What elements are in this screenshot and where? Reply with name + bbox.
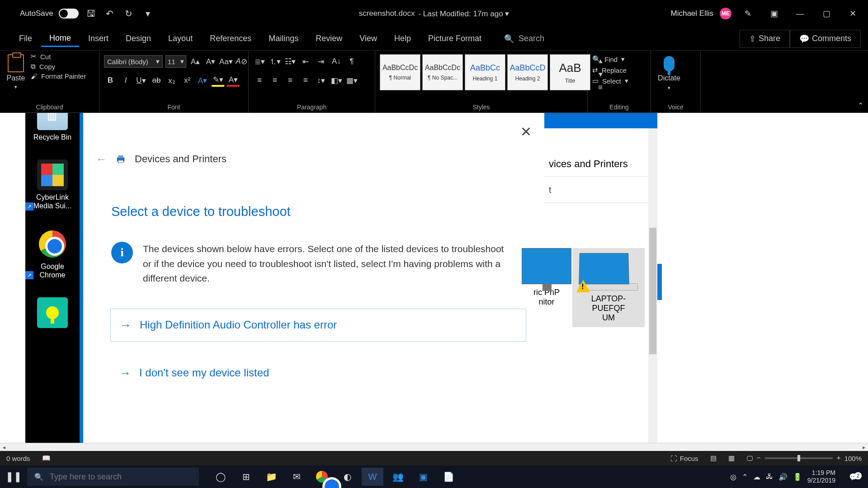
ribbon-display-options-icon[interactable]: ✎ [738, 5, 758, 23]
print-layout-icon[interactable]: ▦ [728, 454, 735, 462]
align-left-icon[interactable]: ≡ [253, 74, 266, 87]
bold-button[interactable]: B [104, 74, 117, 87]
style-title[interactable]: AaBTitle [550, 54, 590, 90]
collapse-ribbon-icon[interactable]: ⌃ [858, 101, 863, 110]
app-icon-1[interactable]: ▣ [412, 468, 434, 486]
tab-design[interactable]: Design [118, 31, 159, 46]
taskbar-search-input[interactable] [50, 472, 192, 482]
chrome-taskbar-icon[interactable] [311, 468, 333, 486]
justify-icon[interactable]: ≡ [299, 74, 312, 87]
taskbar-clock[interactable]: 1:19 PM 9/21/2019 [807, 469, 838, 484]
qat-customize-icon[interactable]: ▾ [141, 7, 155, 20]
cut-button[interactable]: ✂Cut [31, 52, 86, 61]
font-size-select[interactable]: 11▾ [165, 55, 186, 68]
multilevel-list-icon[interactable]: ☷▾ [284, 55, 297, 68]
battery-icon[interactable]: 🔋 [793, 473, 802, 481]
close-button[interactable]: ✕ [843, 5, 863, 23]
tray-overflow-icon[interactable]: ⌃ [742, 473, 748, 481]
desktop-icon-chrome[interactable]: ↗ GoogleChrome [25, 229, 80, 279]
replace-button[interactable]: ⇄Replace [592, 66, 628, 74]
find-button[interactable]: 🔍Find ▾ [592, 55, 628, 63]
tab-references[interactable]: References [202, 31, 259, 46]
style-no-spacing[interactable]: AaBbCcDc¶ No Spac... [422, 54, 463, 90]
increase-indent-icon[interactable]: ⇥ [315, 55, 327, 68]
desktop-icon-key-app[interactable] [25, 297, 80, 328]
start-button[interactable]: ❚❚ [0, 471, 27, 483]
dialog-close-button[interactable]: ✕ [520, 124, 532, 140]
onedrive-icon[interactable]: ☁ [753, 473, 760, 481]
file-explorer-icon[interactable]: 📁 [260, 468, 282, 486]
tab-insert[interactable]: Insert [80, 31, 117, 46]
ribbon-mode-icon[interactable]: ▣ [764, 5, 784, 23]
strikethrough-button[interactable]: ab [150, 74, 163, 87]
show-marks-icon[interactable]: ¶ [345, 55, 358, 68]
subscript-button[interactable]: x₂ [165, 74, 178, 87]
cortana-icon[interactable]: ◯ [210, 468, 231, 486]
option-device-not-listed[interactable]: → I don't see my device listed [110, 357, 526, 389]
sort-icon[interactable]: A↓ [330, 55, 343, 68]
tray-app-icon[interactable]: ◎ [730, 473, 736, 481]
tab-home[interactable]: Home [41, 31, 79, 47]
align-center-icon[interactable]: ≡ [269, 74, 281, 87]
desktop-icon-recycle-bin[interactable]: 🗑 Recycle Bin [25, 113, 80, 141]
increase-font-icon[interactable]: A▴ [189, 55, 202, 68]
paste-dropdown-icon[interactable]: ▾ [14, 84, 17, 90]
highlight-icon[interactable]: ✎▾ [212, 74, 224, 87]
share-button[interactable]: ⇪Share [740, 30, 790, 48]
minimize-button[interactable]: — [790, 5, 810, 23]
font-color-icon[interactable]: A▾ [227, 74, 240, 87]
select-button[interactable]: ▭Select ▾ [592, 77, 628, 85]
word-count[interactable]: 0 words [6, 455, 30, 462]
save-icon[interactable]: 🖫 [84, 7, 98, 20]
clear-formatting-icon[interactable]: A⊘ [235, 55, 248, 68]
redo-icon[interactable]: ↻ [122, 7, 136, 20]
desktop-icon-cyberlink[interactable]: ↗ CyberLink Media Sui... [25, 160, 80, 210]
teams-icon[interactable]: 👥 [387, 468, 409, 486]
underline-button[interactable]: U▾ [135, 74, 147, 87]
tab-review[interactable]: Review [307, 31, 350, 46]
italic-button[interactable]: I [119, 74, 132, 87]
zoom-slider[interactable]: −+ [765, 457, 833, 459]
taskbar-search[interactable]: 🔍 [27, 468, 199, 486]
dp-window-titlebar[interactable] [544, 113, 657, 128]
undo-icon[interactable]: ↶ [103, 7, 117, 20]
volume-icon[interactable]: 🔊 [778, 473, 788, 481]
read-mode-icon[interactable]: ▤ [710, 454, 717, 462]
tab-file[interactable]: File [11, 31, 40, 46]
device-laptop[interactable]: LAPTOP-PUEFQFUM [572, 248, 645, 327]
align-right-icon[interactable]: ≡ [284, 74, 297, 87]
zoom-value[interactable]: 100% [844, 455, 862, 462]
zoom-slider-knob[interactable] [797, 455, 800, 461]
style-heading-2[interactable]: AaBbCcDHeading 2 [507, 54, 548, 90]
network-icon[interactable]: 🖧 [766, 473, 773, 481]
scrollbar-thumb[interactable] [649, 228, 656, 354]
web-layout-icon[interactable]: 🖵 [746, 455, 753, 462]
tab-mailings[interactable]: Mailings [260, 31, 307, 46]
numbering-icon[interactable]: ⒈▾ [269, 55, 281, 68]
style-normal[interactable]: AaBbCcDc¶ Normal [380, 54, 420, 90]
focus-mode-button[interactable]: ⛶Focus [670, 455, 698, 462]
option-audio-controller-error[interactable]: → High Definition Audio Controller has e… [110, 309, 526, 342]
dp-scrollbar[interactable] [648, 128, 657, 443]
tab-picture-format[interactable]: Picture Format [420, 31, 490, 46]
style-heading-1[interactable]: AaBbCcHeading 1 [465, 54, 505, 90]
task-view-icon[interactable]: ⊞ [235, 468, 257, 486]
tab-help[interactable]: Help [386, 31, 419, 46]
mail-icon[interactable]: ✉ [286, 468, 307, 486]
scroll-left-icon[interactable]: ◂ [0, 443, 8, 451]
scroll-right-icon[interactable]: ▸ [860, 443, 868, 451]
document-horizontal-scrollbar[interactable]: ◂ ▸ [0, 443, 868, 451]
app-icon-2[interactable]: 📄 [438, 468, 459, 486]
zoom-out-icon[interactable]: − [757, 454, 761, 461]
superscript-button[interactable]: x² [181, 74, 193, 87]
zoom-in-icon[interactable]: + [837, 454, 841, 461]
change-case-icon[interactable]: Aa▾ [220, 55, 232, 68]
font-family-select[interactable]: Calibri (Body)▾ [104, 55, 163, 68]
copy-button[interactable]: ⧉Copy [31, 62, 86, 70]
tell-me-search[interactable]: 🔍 Search [504, 34, 544, 44]
decrease-indent-icon[interactable]: ⇤ [299, 55, 312, 68]
shading-icon[interactable]: ◧▾ [330, 74, 343, 87]
decrease-font-icon[interactable]: A▾ [204, 55, 217, 68]
device-monitor[interactable]: ric PnPnitor [526, 248, 567, 327]
format-painter-button[interactable]: 🖌Format Painter [31, 72, 86, 80]
